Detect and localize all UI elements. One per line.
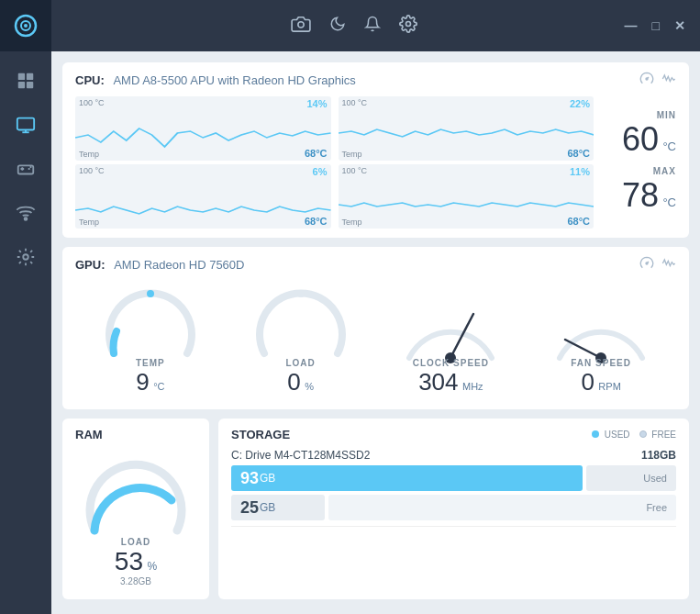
ram-card: RAM LOAD 53 % 3.28G [62, 419, 209, 599]
drive-free-unit: GB [260, 501, 275, 514]
cpu-stats: MIN 60 °C MAX 78 °C [603, 96, 676, 229]
svg-rect-7 [17, 118, 34, 130]
ram-card-title: RAM [75, 428, 196, 441]
cpu-name: AMD A8-5500 APU with Radeon HD Graphics [113, 73, 355, 87]
gpu-load-gauge: LOAD 0 % [250, 285, 351, 396]
svg-point-10 [25, 218, 28, 220]
drive-free-text: Free [328, 495, 676, 520]
window-controls: — □ ✕ [625, 18, 685, 33]
storage-legend: USED FREE [592, 430, 676, 440]
gpu-card: GPU: AMD Radeon HD 7560D [62, 247, 689, 409]
cpu-graph2-temp-label: Temp [342, 150, 362, 159]
gpu-fan-val-text: 0 [581, 368, 594, 396]
free-legend-dot [639, 430, 647, 438]
gpu-temp-gauge: TEMP 9 °C [100, 285, 201, 396]
drive-total: 118GB [641, 449, 676, 462]
sidebar-item-display[interactable] [0, 235, 51, 279]
svg-point-11 [23, 254, 28, 260]
drive-used-label-cell: Used [586, 465, 676, 491]
cpu-label: CPU: [75, 73, 105, 87]
drive-name: C: Drive M4-CT128M4SSD2 [231, 449, 370, 462]
close-button[interactable]: ✕ [674, 18, 685, 33]
ram-gauge: LOAD 53 % 3.28GB [75, 449, 196, 590]
drive-used-val: 93 [240, 469, 259, 488]
svg-point-19 [297, 290, 305, 297]
drive-free-bar-row: 25 GB Free [231, 495, 676, 520]
gpu-load-unit: % [305, 381, 314, 392]
cpu-min-label: MIN [622, 110, 676, 120]
drive-used-bar: 93 GB [231, 465, 583, 491]
cpu-graph2-percent: 22% [570, 98, 590, 109]
main-area: — □ ✕ CPU: AMD A8-5500 APU with Radeon H… [51, 0, 700, 614]
gpu-clock-gauge: CLOCK SPEED 304 MHz [400, 285, 501, 396]
gpu-temp-val-text: 9 [136, 368, 149, 396]
gpu-fan-unit: RPM [598, 381, 620, 392]
gpu-label: GPU: [75, 258, 106, 272]
cpu-graph-2: 100 °C 22% Temp 68°C [339, 96, 594, 161]
sidebar-item-network[interactable] [0, 191, 51, 235]
cpu-graph4-range: 100 °C [342, 166, 368, 175]
svg-line-22 [565, 340, 601, 358]
drive-row-c: C: Drive M4-CT128M4SSD2 118GB 93 GB Used [231, 449, 676, 527]
cpu-graph2-temp: 68°C [567, 148, 590, 159]
cpu-graph-1: 100 °C 14% Temp 68°C [75, 96, 331, 161]
storage-header: STORAGE USED FREE [231, 428, 676, 441]
moon-icon[interactable] [329, 16, 346, 37]
ram-load-unit: % [147, 560, 157, 573]
cpu-graph2-range: 100 °C [342, 98, 368, 107]
cpu-min-value: 60 °C [622, 120, 676, 159]
svg-point-13 [406, 21, 411, 26]
drive-free-val: 25 [240, 498, 259, 518]
minimize-button[interactable]: — [625, 18, 638, 33]
sidebar [0, 0, 51, 614]
gpu-clock-value: 304 MHz [413, 368, 489, 396]
gpu-load-value: 0 % [285, 368, 315, 396]
svg-point-15 [646, 78, 648, 80]
cpu-graph3-temp: 68°C [305, 216, 328, 227]
cpu-wave-icon[interactable] [661, 72, 676, 89]
maximize-button[interactable]: □ [652, 18, 660, 33]
ram-sub-value: 3.28GB [115, 576, 157, 586]
titlebar-actions [291, 15, 417, 38]
ram-load-label: LOAD [115, 537, 157, 547]
cpu-graph1-temp: 68°C [305, 148, 328, 159]
sidebar-item-dashboard[interactable] [0, 59, 51, 103]
gpu-speedometer-icon[interactable] [639, 256, 654, 274]
gpu-wave-icon[interactable] [661, 256, 676, 274]
content-area: CPU: AMD A8-5500 APU with Radeon HD Grap… [51, 51, 700, 614]
cpu-graphs-area: 100 °C 14% Temp 68°C 100 °C 22% [75, 96, 676, 229]
ram-label: RAM [75, 428, 103, 441]
camera-icon[interactable] [291, 16, 311, 37]
cpu-graph1-percent: 14% [306, 98, 327, 109]
cpu-max-value: 78 °C [622, 176, 676, 215]
app-logo[interactable] [0, 0, 51, 51]
drive-free-label-cell: Free [328, 495, 676, 520]
cpu-speedometer-icon[interactable] [639, 72, 654, 89]
cpu-graph4-temp: 68°C [567, 216, 590, 227]
svg-point-18 [147, 290, 154, 297]
cpu-graph4-percent: 11% [570, 166, 590, 177]
cpu-card: CPU: AMD A8-5500 APU with Radeon HD Grap… [62, 62, 689, 238]
gpu-fan-label: FAN SPEED [571, 358, 631, 368]
cpu-graph1-range: 100 °C [79, 98, 105, 107]
cpu-graph3-temp-label: Temp [79, 218, 99, 227]
drive-free-bar: 25 GB [231, 495, 325, 520]
gpu-card-title: GPU: AMD Radeon HD 7560D [75, 256, 676, 274]
drive-used-bar-row: 93 GB Used [231, 465, 676, 491]
svg-rect-5 [18, 82, 25, 88]
cpu-max-label: MAX [622, 166, 676, 176]
cpu-graph3-range: 100 °C [79, 166, 105, 175]
sidebar-item-gamepad[interactable] [0, 147, 51, 191]
gpu-temp-label: TEMP [136, 358, 165, 368]
cpu-graph3-percent: 6% [313, 166, 328, 177]
drive-used-text: Used [643, 473, 667, 484]
free-legend-label: FREE [651, 430, 676, 440]
bell-icon[interactable] [364, 15, 381, 38]
gear-icon[interactable] [399, 15, 417, 38]
cpu-min-val-text: 60 [622, 120, 659, 158]
sidebar-item-monitor[interactable] [0, 103, 51, 147]
gpu-temp-value: 9 °C [136, 368, 165, 396]
ram-load-value: 53 % [115, 547, 157, 576]
gpu-fan-value: 0 RPM [571, 368, 631, 396]
gpu-clock-label: CLOCK SPEED [413, 358, 489, 368]
